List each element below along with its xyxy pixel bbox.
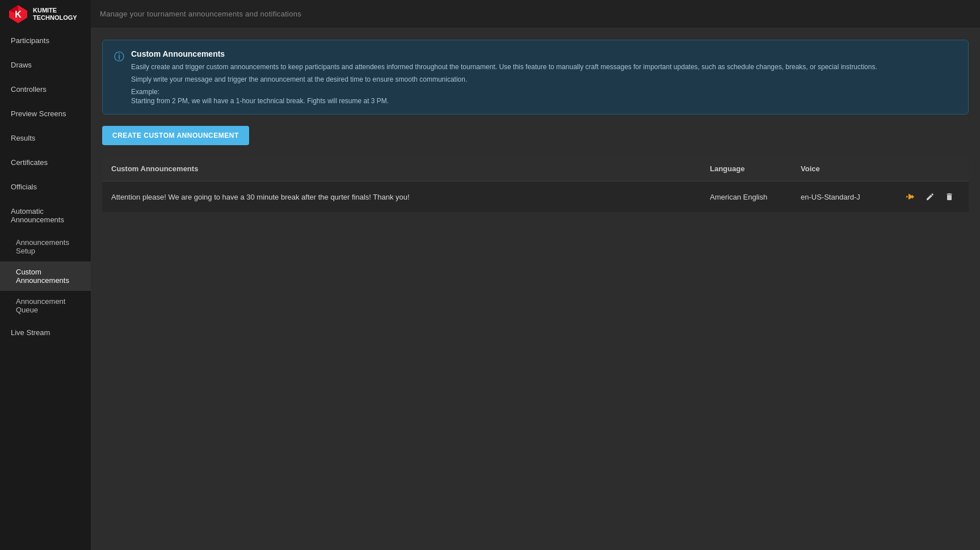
sidebar-item-preview-screens[interactable]: Preview Screens [0, 101, 91, 126]
table-row: Attention please! We are going to have a… [102, 181, 969, 212]
logo-text: KUMITE TECHNOLOGY [33, 7, 77, 22]
sidebar-item-live-stream[interactable]: Live Stream [0, 320, 91, 345]
info-content: Custom Announcements Easily create and t… [131, 49, 957, 105]
kumite-logo-icon: K [7, 3, 30, 26]
announcements-table: Custom Announcements Language Voice Atte… [102, 156, 969, 212]
info-desc2: Simply write your message and trigger th… [131, 74, 957, 84]
sidebar-subitem-custom-announcements[interactable]: Custom Announcements [0, 261, 91, 291]
sidebar-item-participants[interactable]: Participants [0, 28, 91, 53]
sidebar-item-certificates[interactable]: Certificates [0, 150, 91, 175]
edit-announcement-button[interactable] [923, 190, 937, 204]
sidebar-subitem-announcement-queue[interactable]: Announcement Queue [0, 291, 91, 320]
info-title: Custom Announcements [131, 49, 957, 58]
sidebar-item-draws[interactable]: Draws [0, 53, 91, 77]
top-bar: Manage your tournament announcements and… [91, 0, 980, 28]
sidebar-subitem-announcements-setup[interactable]: Announcements Setup [0, 232, 91, 261]
row-voice: en-US-Standard-J [801, 193, 903, 201]
info-example-text: Starting from 2 PM, we will have a 1-hou… [131, 97, 957, 105]
create-custom-announcement-button[interactable]: CREATE CUSTOM ANNOUNCEMENT [102, 126, 249, 145]
row-actions [903, 189, 960, 204]
sidebar: K KUMITE TECHNOLOGY Participants Draws C… [0, 0, 91, 550]
row-announcement-text: Attention please! We are going to have a… [111, 193, 710, 201]
info-example-label: Example: [131, 88, 957, 96]
svg-text:K: K [15, 10, 22, 19]
row-language: American English [710, 193, 801, 201]
info-desc1: Easily create and trigger custom announc… [131, 62, 957, 72]
col-header-language: Language [710, 164, 801, 173]
col-header-announcement: Custom Announcements [111, 164, 710, 173]
main-content: Manage your tournament announcements and… [91, 0, 980, 550]
info-box: ⓘ Custom Announcements Easily create and… [102, 40, 969, 115]
breadcrumb: Manage your tournament announcements and… [100, 10, 301, 18]
sidebar-item-automatic-announcements[interactable]: Automatic Announcements [0, 199, 91, 232]
info-icon: ⓘ [114, 50, 124, 64]
play-announcement-button[interactable] [903, 189, 918, 204]
col-header-voice: Voice [801, 164, 903, 173]
sidebar-item-controllers[interactable]: Controllers [0, 77, 91, 101]
sidebar-item-results[interactable]: Results [0, 126, 91, 150]
table-header: Custom Announcements Language Voice [102, 156, 969, 181]
sidebar-item-officials[interactable]: Officials [0, 175, 91, 199]
page-content: ⓘ Custom Announcements Easily create and… [91, 28, 980, 550]
delete-announcement-button[interactable] [943, 190, 956, 204]
logo: K KUMITE TECHNOLOGY [0, 0, 91, 28]
